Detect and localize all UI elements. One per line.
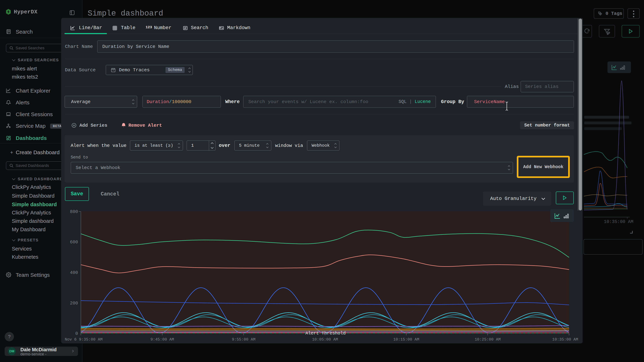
svg-text:9:45:00 AM: 9:45:00 AM [150,337,174,342]
svg-text:800: 800 [70,209,78,214]
svg-text:Alert Threshold: Alert Threshold [305,331,346,336]
svg-text:200: 200 [70,301,78,306]
svg-text:10:15:00 AM: 10:15:00 AM [393,337,419,342]
svg-text:400: 400 [70,270,78,275]
svg-text:Nov 6 9:35:00 AM: Nov 6 9:35:00 AM [65,337,102,342]
svg-text:9:55:00 AM: 9:55:00 AM [232,337,256,342]
svg-text:10:35:00 AM: 10:35:00 AM [552,337,578,342]
svg-text:0: 0 [75,331,78,336]
svg-text:10:25:00 AM: 10:25:00 AM [474,337,500,342]
svg-text:10:05:00 AM: 10:05:00 AM [312,337,338,342]
svg-text:600: 600 [70,240,78,245]
